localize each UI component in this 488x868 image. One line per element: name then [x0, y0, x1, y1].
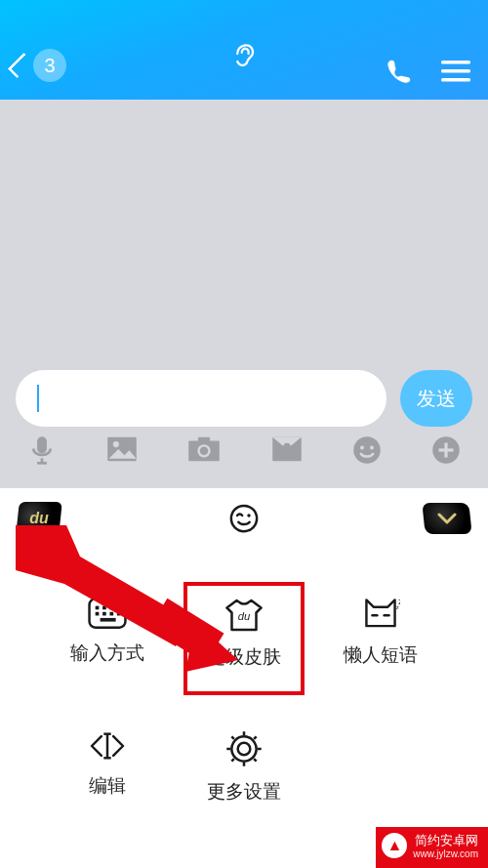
svg-rect-26	[117, 606, 121, 610]
unread-badge: 3	[33, 49, 66, 82]
attachment-toolbar	[0, 435, 488, 488]
chevron-down-icon	[437, 512, 457, 525]
ear-icon[interactable]	[230, 37, 258, 70]
wink-emoji-icon[interactable]	[229, 504, 259, 533]
watermark: ▲ 简约安卓网 www.jylzw.com	[376, 827, 488, 868]
svg-point-15	[360, 446, 364, 450]
input-bar: 发送	[0, 361, 488, 435]
chevron-left-icon	[8, 53, 34, 79]
svg-point-21	[247, 514, 251, 517]
edit-cursor-icon	[88, 730, 127, 762]
svg-rect-31	[101, 618, 116, 622]
menu-item-lazy-phrases[interactable]: z z 懒人短语	[312, 598, 449, 687]
menu-item-super-skin[interactable]: du 超级皮肤	[176, 598, 312, 687]
svg-rect-19	[438, 448, 453, 451]
emoji-icon[interactable]	[352, 435, 382, 465]
tshirt-icon: du	[224, 598, 264, 633]
svg-rect-25	[109, 606, 113, 610]
svg-rect-3	[37, 436, 47, 453]
sleeping-cat-icon: z z	[361, 598, 400, 631]
baidu-ime-logo[interactable]	[16, 502, 62, 535]
svg-rect-2	[441, 78, 470, 82]
svg-rect-1	[441, 69, 470, 73]
text-cursor	[37, 385, 39, 412]
menu-empty-cell	[312, 730, 449, 820]
svg-rect-28	[102, 612, 106, 616]
send-label: 发送	[417, 386, 456, 412]
keyboard-top-strip	[0, 488, 488, 549]
message-input[interactable]	[16, 370, 386, 427]
svg-point-39	[231, 736, 256, 761]
red-envelope-icon[interactable]	[271, 435, 303, 463]
svg-text:z: z	[396, 604, 399, 610]
menu-item-more-settings[interactable]: 更多设置	[176, 730, 312, 820]
voice-icon[interactable]	[27, 435, 57, 467]
svg-rect-0	[441, 61, 470, 64]
chat-header: 3	[0, 0, 488, 100]
menu-label: 懒人短语	[344, 642, 418, 668]
menu-label: 输入方式	[70, 641, 144, 666]
menu-label: 更多设置	[207, 779, 281, 805]
svg-point-20	[231, 506, 257, 531]
svg-point-14	[353, 436, 381, 464]
header-actions	[385, 57, 470, 86]
svg-point-7	[113, 441, 119, 447]
keyboard-menu-panel: 输入方式 du 超级皮肤 z z 懒人短语	[0, 549, 488, 868]
hamburger-menu-icon[interactable]	[441, 60, 470, 83]
android-icon: ▲	[382, 833, 407, 858]
unread-count: 3	[44, 55, 55, 77]
watermark-url: www.jylzw.com	[413, 847, 478, 861]
svg-rect-30	[117, 612, 121, 616]
svg-point-16	[370, 446, 374, 450]
watermark-title: 简约安卓网	[415, 834, 478, 847]
svg-text:du: du	[238, 610, 251, 622]
send-button[interactable]: 发送	[400, 370, 472, 427]
camera-icon[interactable]	[187, 435, 221, 463]
keyboard-icon	[88, 598, 127, 629]
plus-icon[interactable]	[431, 435, 461, 465]
svg-rect-29	[109, 612, 113, 616]
svg-rect-27	[96, 612, 100, 616]
svg-rect-9	[198, 437, 210, 443]
menu-label: 超级皮肤	[207, 644, 281, 670]
collapse-keyboard-button[interactable]	[422, 503, 471, 534]
svg-rect-24	[102, 606, 106, 610]
menu-label: 编辑	[89, 773, 126, 799]
svg-rect-23	[96, 606, 100, 610]
svg-point-38	[238, 743, 251, 756]
keyboard-menu-grid: 输入方式 du 超级皮肤 z z 懒人短语	[39, 598, 449, 820]
chat-body[interactable]	[0, 100, 488, 361]
back-button[interactable]: 3	[14, 49, 66, 82]
menu-item-input-method[interactable]: 输入方式	[39, 598, 176, 687]
svg-point-13	[283, 443, 290, 450]
gear-icon	[225, 730, 263, 767]
image-icon[interactable]	[106, 435, 138, 463]
menu-item-edit[interactable]: 编辑	[39, 730, 176, 820]
svg-point-11	[200, 447, 209, 456]
phone-icon[interactable]	[385, 57, 414, 86]
